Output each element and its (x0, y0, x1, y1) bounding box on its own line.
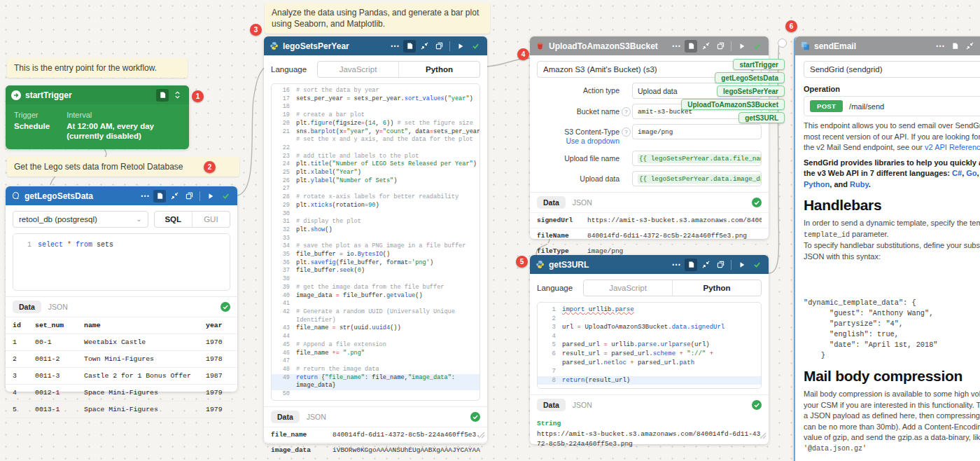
language-tabs[interactable]: JavaScript Python (583, 280, 762, 296)
run-play-icon[interactable] (736, 40, 748, 53)
tab-json[interactable]: JSON (307, 413, 326, 421)
interval-value: At 12:00 AM, every day (currently disabl… (66, 121, 181, 141)
help-icon[interactable]: ? (622, 107, 631, 116)
tab-javascript[interactable]: JavaScript (318, 62, 398, 77)
variable-tag[interactable]: getS3URL (738, 112, 785, 123)
tab-python[interactable]: Python (672, 280, 761, 296)
block-get-s3-url[interactable]: getS3URL ⋯ Language JavaScript Python 1i… (530, 255, 769, 444)
query-mode-tabs[interactable]: SQL GUI (154, 211, 230, 228)
python-icon (270, 41, 279, 50)
tab-data[interactable]: Data (537, 399, 566, 411)
resource-select[interactable]: SendGrid (sendgrid) (804, 61, 980, 78)
note-icon[interactable] (153, 190, 166, 202)
get-s3-url-header[interactable]: getS3URL ⋯ (530, 255, 769, 274)
run-success-check-icon (219, 190, 232, 202)
collapse-icon[interactable] (699, 40, 712, 53)
field-input[interactable]: image/png (632, 124, 762, 139)
result-tabs[interactable]: Data JSON (264, 406, 487, 427)
copy-icon[interactable] (714, 259, 727, 271)
tab-data[interactable]: Data (537, 196, 566, 209)
send-email-header[interactable]: sendEmail ⋯ (795, 36, 980, 55)
code-line: 7 (538, 367, 761, 376)
block-send-email[interactable]: sendEmail ⋯ SendGrid (sendgrid) Operatio… (794, 36, 980, 461)
result-tabs[interactable]: Data JSON (530, 394, 769, 415)
block-title: startTrigger (25, 90, 72, 100)
block-lego-sets-per-year[interactable]: legoSetsPerYear ⋯ Language JavaScript Py… (264, 36, 487, 443)
help-icon[interactable]: ? (622, 128, 631, 137)
use-dropdown-link[interactable]: Use a dropdown (566, 137, 620, 146)
operation-select[interactable]: POST /mail/send (804, 96, 980, 116)
note-icon[interactable] (948, 40, 961, 53)
tab-data[interactable]: Data (13, 301, 41, 313)
collapse-icon[interactable] (168, 190, 181, 202)
copy-icon[interactable] (183, 190, 195, 202)
variable-tag[interactable]: startTrigger (733, 59, 785, 70)
resource-select[interactable]: retool_db (postgresql) ⌄ (13, 211, 148, 228)
code-line: 32plt.show() (272, 226, 479, 235)
result-tabs[interactable]: Data JSON (6, 296, 237, 317)
v2-api-reference-link[interactable]: v2 API Reference. (925, 143, 980, 151)
result-tabs[interactable]: Data JSON (530, 192, 769, 212)
step-badge-4: 4 (517, 48, 529, 60)
tab-json[interactable]: JSON (573, 198, 592, 207)
variable-tag[interactable]: UploadToAmazonS3Bucket (681, 99, 785, 110)
expand-selector-icon[interactable] (171, 89, 183, 102)
run-play-icon[interactable] (454, 40, 467, 53)
upload-to-s3-header[interactable]: UploadToAmazonS3Bucket ⋯ (530, 36, 769, 55)
collapse-icon[interactable] (699, 259, 712, 271)
run-play-icon[interactable] (736, 259, 748, 271)
python-code-editor[interactable]: 1import urllib.parse23url = UploadToAmaz… (537, 302, 762, 389)
block-get-lego-sets-data[interactable]: getLegoSetsData ⋯ retool_db (postgresql)… (6, 186, 237, 392)
code-line: 39# get the image data from the file buf… (272, 284, 479, 292)
language-label: Language (271, 65, 312, 74)
mail-body-compression-heading: Mail body compression (804, 368, 980, 385)
copy-icon[interactable] (433, 40, 445, 53)
connection-port[interactable] (778, 39, 787, 48)
more-options-icon[interactable]: ⋯ (670, 259, 682, 271)
postgresql-icon (11, 191, 20, 200)
sql-editor[interactable]: 1select * from sets (13, 233, 230, 291)
trigger-value: Schedule (14, 121, 50, 131)
language-tabs[interactable]: JavaScript Python (317, 61, 480, 78)
tab-sql[interactable]: SQL (155, 212, 192, 227)
block-start-trigger[interactable]: startTrigger Trigger Schedule Interval A… (6, 85, 189, 149)
tab-javascript[interactable]: JavaScript (584, 280, 672, 296)
more-options-icon[interactable]: ⋯ (139, 190, 151, 202)
note-entry-point[interactable]: This is the entry point for the workflow… (7, 58, 188, 78)
start-trigger-header[interactable]: startTrigger (6, 85, 189, 104)
field-input[interactable]: {{ legoSetsPerYear.data.file_name }} (632, 151, 762, 166)
code-line: 42# Generate a random UUID (Universally … (272, 308, 479, 317)
resize-handle[interactable] (478, 429, 485, 441)
tab-json[interactable]: JSON (573, 401, 592, 409)
variable-tag[interactable]: getLegoSetsData (715, 72, 785, 83)
code-line: image_data} (272, 382, 479, 390)
note-icon[interactable] (685, 259, 697, 271)
copy-icon[interactable] (714, 40, 727, 53)
more-options-icon[interactable]: ⋯ (934, 40, 946, 53)
tab-data[interactable]: Data (271, 411, 300, 423)
note-icon[interactable] (685, 40, 697, 53)
resize-handle[interactable] (760, 429, 766, 442)
tab-python[interactable]: Python (398, 62, 479, 77)
field-input[interactable]: {{ legoSetsPerYear.data.image_data}} (632, 171, 762, 186)
note-icon[interactable] (156, 89, 169, 102)
table-row: 4 0012-1 Space Mini-Figures 1979 143 12 (6, 385, 237, 401)
code-line: 45# Append a file extension (272, 341, 479, 350)
block-title: sendEmail (814, 41, 856, 51)
note-analyze-data[interactable]: Analyze the data using Pandas, and gener… (265, 3, 490, 34)
lego-sets-per-year-header[interactable]: legoSetsPerYear ⋯ (264, 36, 487, 55)
code-line: 44 (272, 333, 479, 341)
more-options-icon[interactable]: ⋯ (388, 40, 401, 53)
tab-gui[interactable]: GUI (192, 212, 230, 227)
collapse-icon[interactable] (963, 40, 976, 53)
collapse-icon[interactable] (418, 40, 430, 53)
run-play-icon[interactable] (204, 190, 217, 202)
more-options-icon[interactable]: ⋯ (670, 40, 682, 53)
variable-tag[interactable]: legoSetsPerYear (717, 85, 785, 97)
retool-workflow-canvas[interactable]: This is the entry point for the workflow… (0, 0, 980, 461)
get-lego-sets-data-header[interactable]: getLegoSetsData ⋯ (6, 186, 237, 205)
python-code-editor[interactable]: 16# sort the data by year17sets_per_year… (271, 83, 480, 401)
note-icon[interactable] (403, 40, 416, 53)
tab-json[interactable]: JSON (48, 303, 68, 311)
results-table[interactable]: id set_num name year theme_id num_p 1 00… (6, 317, 237, 418)
